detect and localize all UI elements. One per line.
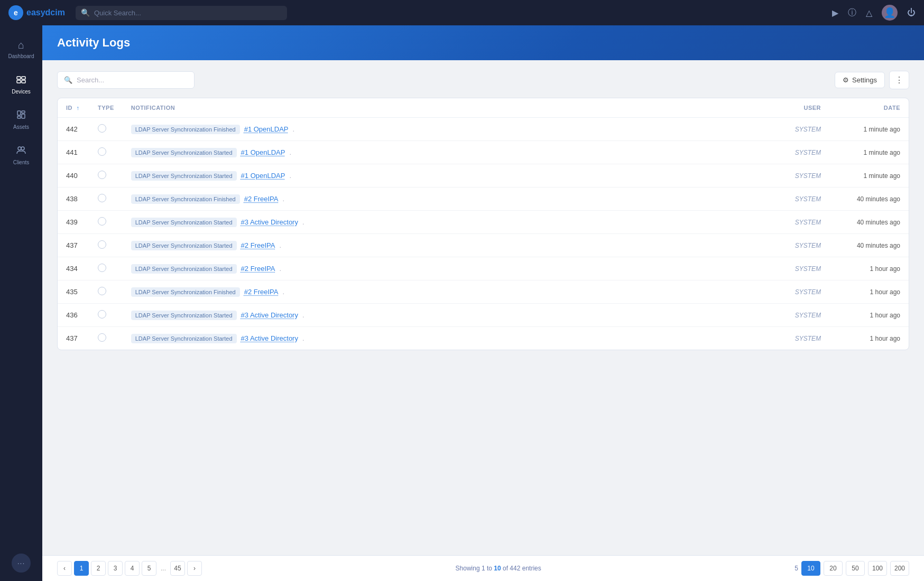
pagination-page-3[interactable]: 3 <box>108 561 123 576</box>
table-row: 437 LDAP Server Synchronization Started … <box>58 327 909 350</box>
pagination-page-5[interactable]: 5 <box>142 561 156 576</box>
ldap-link[interactable]: #2 FreeIPA <box>241 265 275 273</box>
pagination-page-1[interactable]: 1 <box>74 561 89 576</box>
link-dot: . <box>279 265 281 273</box>
pagination-page-2[interactable]: 2 <box>91 561 106 576</box>
notification-badge: LDAP Server Synchronization Started <box>131 334 237 343</box>
per-page-50[interactable]: 50 <box>846 561 865 576</box>
row-date: 40 minutes ago <box>829 211 909 234</box>
row-type <box>89 327 123 350</box>
showing-text: Showing 1 to 10 of 442 entries <box>456 565 541 572</box>
link-dot: . <box>282 195 284 203</box>
notification-badge: LDAP Server Synchronization Finished <box>131 194 240 204</box>
row-id: 437 <box>58 327 89 350</box>
notification-badge: LDAP Server Synchronization Started <box>131 148 237 157</box>
row-date: 1 hour ago <box>829 257 909 280</box>
table-row: 436 LDAP Server Synchronization Started … <box>58 304 909 327</box>
link-dot: . <box>279 241 281 249</box>
quick-search-input[interactable] <box>94 6 282 20</box>
ldap-link[interactable]: #3 Active Directory <box>241 218 298 226</box>
type-circle-icon <box>98 124 106 133</box>
showing-highlight: 10 <box>494 565 501 572</box>
svg-rect-3 <box>22 80 25 83</box>
type-circle-icon <box>98 333 106 342</box>
row-notification: LDAP Server Synchronization Started #2 F… <box>123 257 766 280</box>
table-row: 441 LDAP Server Synchronization Started … <box>58 141 909 164</box>
table-search-box: 🔍 <box>57 71 195 89</box>
row-date: 1 hour ago <box>829 304 909 327</box>
notification-badge: LDAP Server Synchronization Finished <box>131 125 240 134</box>
svg-rect-5 <box>22 114 25 118</box>
ldap-link[interactable]: #3 Active Directory <box>241 311 298 319</box>
ldap-link[interactable]: #3 Active Directory <box>241 334 298 342</box>
table-row: 442 LDAP Server Synchronization Finished… <box>58 118 909 141</box>
sidebar-more-button[interactable]: ··· <box>12 554 31 573</box>
ldap-link[interactable]: #1 OpenLDAP <box>241 148 285 156</box>
table-row: 439 LDAP Server Synchronization Started … <box>58 211 909 234</box>
pagination-prev[interactable]: ‹ <box>57 561 72 576</box>
sidebar-item-assets[interactable]: Assets <box>3 104 39 135</box>
dashboard-icon: ⌂ <box>18 39 24 51</box>
alert-icon[interactable]: △ <box>866 8 872 18</box>
row-user: SYSTEM <box>766 327 829 350</box>
col-type: TYPE <box>89 98 123 118</box>
row-date: 1 minute ago <box>829 141 909 164</box>
row-user: SYSTEM <box>766 118 829 141</box>
svg-rect-6 <box>17 116 21 118</box>
sidebar-item-devices[interactable]: Devices <box>3 69 39 100</box>
power-icon[interactable]: ⏻ <box>907 8 916 17</box>
type-circle-icon <box>98 171 106 179</box>
pagination-page-4[interactable]: 4 <box>125 561 140 576</box>
svg-rect-4 <box>17 111 21 115</box>
row-id: 438 <box>58 188 89 211</box>
per-page-200[interactable]: 200 <box>890 561 909 576</box>
table-row: 438 LDAP Server Synchronization Finished… <box>58 188 909 211</box>
row-type <box>89 118 123 141</box>
sidebar-item-clients[interactable]: Clients <box>3 139 39 171</box>
page-header: Activity Logs <box>42 25 924 60</box>
link-dot: . <box>302 218 304 226</box>
table-search-input[interactable] <box>77 72 188 88</box>
pagination-next[interactable]: › <box>187 561 202 576</box>
type-circle-icon <box>98 310 106 318</box>
toolbar: 🔍 ⚙ Settings ⋮ <box>57 71 909 89</box>
per-page-10[interactable]: 10 <box>801 561 820 576</box>
col-user: USER <box>766 98 829 118</box>
row-notification: LDAP Server Synchronization Finished #2 … <box>123 188 766 211</box>
notification-badge: LDAP Server Synchronization Started <box>131 218 237 227</box>
search-icon: 🔍 <box>81 8 90 17</box>
ldap-link[interactable]: #1 OpenLDAP <box>244 125 289 133</box>
row-id: 441 <box>58 141 89 164</box>
logo[interactable]: e easydcim <box>8 5 65 20</box>
avatar[interactable]: 👤 <box>882 5 898 21</box>
table-row: 434 LDAP Server Synchronization Started … <box>58 257 909 280</box>
ldap-link[interactable]: #2 FreeIPA <box>241 241 275 249</box>
row-type <box>89 141 123 164</box>
per-page-100[interactable]: 100 <box>868 561 887 576</box>
type-circle-icon <box>98 264 106 272</box>
ldap-link[interactable]: #2 FreeIPA <box>244 195 279 203</box>
col-id[interactable]: ID ↑ <box>58 98 89 118</box>
ldap-link[interactable]: #2 FreeIPA <box>244 288 279 296</box>
link-dot: . <box>302 334 304 342</box>
row-type <box>89 280 123 304</box>
row-id: 442 <box>58 118 89 141</box>
per-page-20[interactable]: 20 <box>824 561 843 576</box>
link-dot: . <box>293 125 295 133</box>
row-user: SYSTEM <box>766 234 829 257</box>
play-icon[interactable]: ▶ <box>832 8 838 18</box>
row-notification: LDAP Server Synchronization Started #1 O… <box>123 164 766 188</box>
settings-button[interactable]: ⚙ Settings <box>835 72 885 88</box>
ldap-link[interactable]: #1 OpenLDAP <box>241 172 285 180</box>
logo-text: easydcim <box>26 8 65 17</box>
row-user: SYSTEM <box>766 211 829 234</box>
sidebar-item-dashboard[interactable]: ⌂ Dashboard <box>3 34 39 64</box>
svg-point-9 <box>21 147 24 150</box>
row-date: 1 hour ago <box>829 280 909 304</box>
pagination-page-last[interactable]: 45 <box>170 561 185 576</box>
row-user: SYSTEM <box>766 304 829 327</box>
type-circle-icon <box>98 147 106 156</box>
more-options-button[interactable]: ⋮ <box>889 71 909 89</box>
info-icon[interactable]: ⓘ <box>848 7 856 18</box>
settings-icon: ⚙ <box>843 76 849 84</box>
